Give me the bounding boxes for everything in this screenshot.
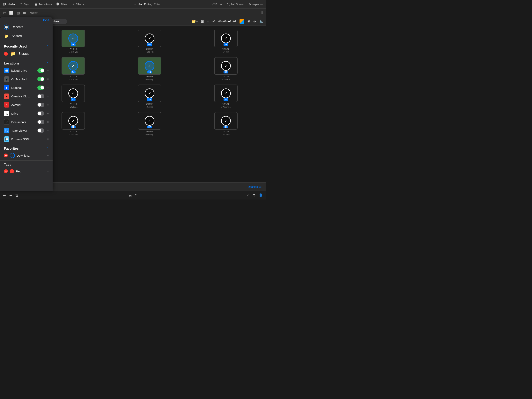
drive-toggle[interactable] <box>37 111 44 116</box>
storage-remove-button[interactable]: − <box>4 52 8 56</box>
acrobat-drag-handle[interactable]: ≡ <box>47 103 49 106</box>
deselect-all-button[interactable]: Deselect All <box>248 185 262 188</box>
shared-row[interactable]: 📁 Shared <box>0 32 53 40</box>
dropbox-drag-handle[interactable]: ≡ <box>47 86 49 89</box>
downloads-drag-handle[interactable]: ≡ <box>47 154 49 157</box>
teamviewer-drag-handle[interactable]: ≡ <box>47 129 49 132</box>
downloads-row[interactable]: − ↓ Downloa... ≡ <box>0 151 53 160</box>
grid-toggle[interactable]: ⠿ <box>260 11 263 15</box>
ssd-label: Extreme SSD <box>11 138 44 141</box>
creative-cloud-toggle[interactable] <box>37 94 44 98</box>
delete-button[interactable]: 🗑 <box>15 193 19 197</box>
icloud-label: iCloud Drive <box>11 69 35 72</box>
home-icon[interactable]: ⌂ <box>247 193 249 197</box>
location-on-my-ipad[interactable]: 📱 On My iPad ≡ <box>0 75 53 83</box>
location-icloud-drive[interactable]: ☁️ iCloud Drive ≡ <box>0 66 53 75</box>
cut-tool[interactable]: ✂ <box>3 11 6 15</box>
person-icon[interactable]: 👤 <box>259 193 263 198</box>
location-acrobat[interactable]: A Acrobat ≡ <box>0 101 53 109</box>
location-creative-cloud[interactable]: ☁ Creative Clo... ≡ <box>0 92 53 101</box>
thumb-item-09[interactable]: ✓ 09 7/11/18 ↓ Waiting... <box>190 84 262 108</box>
toolbar-titles[interactable]: 🅣 Titles <box>57 3 67 6</box>
split-tool[interactable]: ▤ <box>17 11 20 15</box>
thumb-item-10[interactable]: ✓ 10 7/11/18 ↓ 1.7 MB <box>113 84 186 108</box>
thumb-item-06[interactable]: ✓ 06 7/12/18 ↓ 756 KB <box>113 30 186 53</box>
grid-view-button[interactable]: ⊞ <box>201 19 204 24</box>
particle-effect-icon[interactable]: ✺ <box>247 19 250 24</box>
search-button[interactable]: ⌕ <box>207 19 209 23</box>
dropbox-toggle[interactable] <box>37 85 44 90</box>
thumb-badge-10: 10 <box>147 98 152 101</box>
thumb-date-09: 7/11/18 <box>222 103 230 105</box>
favorites-title: Favorites <box>4 147 19 151</box>
export-button[interactable]: ↑□ Export <box>212 3 223 6</box>
tags-chevron[interactable]: ⌃ <box>46 163 49 167</box>
toolbar-sync[interactable]: ⏱ Sync <box>19 3 30 6</box>
location-documents[interactable]: D Documents ≡ <box>0 118 53 126</box>
redo-button[interactable]: ↪ <box>9 193 12 198</box>
toolbar-media[interactable]: 🖼 Media <box>3 3 15 6</box>
thumb-badge-01: 01 <box>223 43 228 46</box>
thumb-item-12[interactable]: ✓ 12 7/11/18 ↓ 338 KB <box>190 57 262 81</box>
creative-cloud-drag-handle[interactable]: ≡ <box>47 95 49 98</box>
effects-icon: ✦ <box>72 2 74 6</box>
inspector-button[interactable]: ⚙ Inspector <box>248 3 263 6</box>
toolbar-effects[interactable]: ✦ Effects <box>72 2 84 6</box>
thumb-item-05[interactable]: ✓ 05 7/11/18 ↓ 24.1 MB <box>190 112 262 135</box>
recently-used-chevron[interactable]: ⌃ <box>46 45 49 49</box>
toolbar-transitions[interactable]: ▣ Transitions <box>34 2 52 6</box>
undo-button[interactable]: ↩ <box>3 193 6 198</box>
creative-cloud-icon: ☁ <box>4 94 9 99</box>
animation-icon[interactable]: ⊹ <box>253 19 256 24</box>
main-content: 🖼 Import Media Done 🕐 Recents 📁 Shared <box>0 17 266 191</box>
storage-row[interactable]: − 📁 Storage <box>0 49 53 58</box>
red-tag-remove-button[interactable]: − <box>4 169 8 173</box>
timeline-media-icon: ▤ <box>129 194 132 197</box>
icloud-toggle[interactable] <box>37 68 44 73</box>
thumb-item-13[interactable]: ✓ 13 7/11/18 ↓ Waiting... <box>113 57 186 81</box>
fullscreen-button[interactable]: ⛶ Full Screen <box>227 3 245 6</box>
documents-drag-handle[interactable]: ≡ <box>47 120 49 123</box>
acrobat-toggle[interactable] <box>37 103 44 107</box>
trim-tool[interactable]: ⬜ <box>9 11 13 15</box>
thumb-item-01[interactable]: ✓ 01 7/12/18 ↓ 1 MB <box>190 30 262 53</box>
thumb-size-15: ↓ 40.1 MB <box>69 51 77 53</box>
location-teamviewer[interactable]: TV TeamViewer ≡ <box>0 126 53 135</box>
effects-label: Effects <box>76 3 84 6</box>
downloads-remove-button[interactable]: − <box>4 154 8 157</box>
ipad-drag-handle[interactable]: ≡ <box>47 77 49 81</box>
tags-title: Tags <box>4 163 11 167</box>
new-folder-button[interactable]: 📁+ <box>192 19 198 24</box>
favorites-chevron[interactable]: ⌃ <box>46 147 49 151</box>
thumb-check-07: ✓ <box>145 116 154 126</box>
locations-chevron[interactable]: ⌃ <box>46 62 49 65</box>
ipad-toggle[interactable] <box>37 77 44 81</box>
multi-tool[interactable]: ⊞ <box>23 11 26 15</box>
audio-icon[interactable]: 🔈 <box>259 19 264 24</box>
thumb-size-07: ↓ Waiting... <box>145 134 154 135</box>
red-tag-drag-handle[interactable]: ≡ <box>47 170 49 173</box>
red-tag-row[interactable]: − Red ≡ <box>0 167 53 175</box>
location-drive[interactable]: △ Drive ≡ <box>0 109 53 118</box>
thumb-date-12: 7/11/18 <box>222 75 230 78</box>
recents-row[interactable]: 🕐 Recents <box>0 23 53 32</box>
thumb-item-07[interactable]: ✓ 07 7/11/18 ↓ Waiting... <box>113 112 186 135</box>
thumb-check-12: ✓ <box>221 61 231 71</box>
settings-icon[interactable]: ⚙ <box>252 193 255 198</box>
teamviewer-icon: TV <box>4 128 9 133</box>
recents-section: 🕐 Recents 📁 Shared <box>0 22 53 41</box>
color-swatch[interactable] <box>240 19 244 24</box>
done-button[interactable]: Done <box>41 18 50 22</box>
drive-drag-handle[interactable]: ≡ <box>47 112 49 115</box>
thumbnail-grid: ✓ 15 7/13/18 ↓ 40.1 MB ✓ 06 7/12/18 ↓ 75… <box>33 26 266 182</box>
location-dropbox[interactable]: ◆ Dropbox ≡ <box>0 83 53 92</box>
downloads-icon: ↓ <box>10 153 15 158</box>
teamviewer-toggle[interactable] <box>37 129 44 133</box>
location-extreme-ssd[interactable]: 💾 Extreme SSD ≡ <box>0 135 53 143</box>
thumb-size-11: ↓ Waiting... <box>68 106 78 108</box>
shared-label: Shared <box>12 34 22 38</box>
ssd-drag-handle[interactable]: ≡ <box>47 138 49 141</box>
documents-toggle[interactable] <box>37 120 44 124</box>
thumb-frame-09: ✓ 09 <box>214 84 238 102</box>
icloud-drag-handle[interactable]: ≡ <box>47 69 49 72</box>
